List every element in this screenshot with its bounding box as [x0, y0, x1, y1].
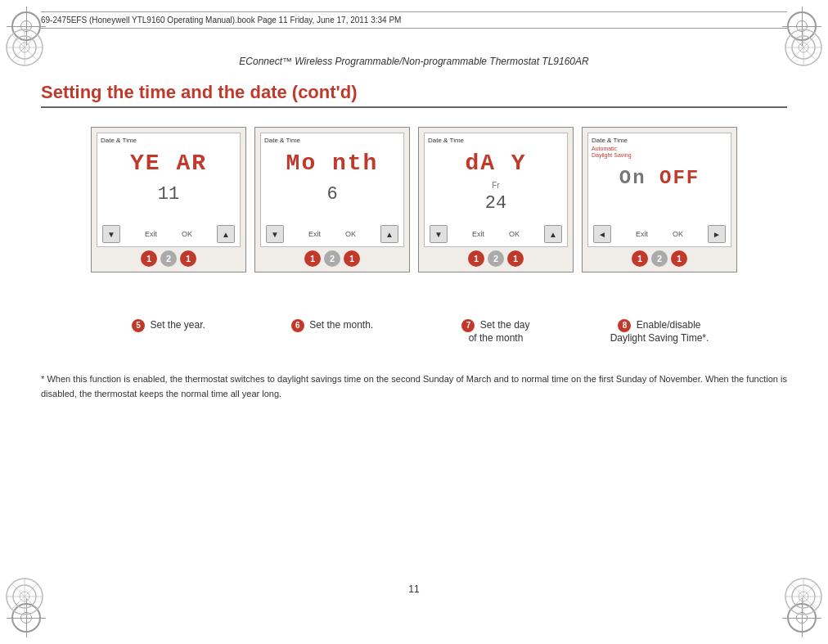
- circle-2-b: 2: [324, 250, 340, 267]
- page-header: EConnect™ Wireless Programmable/Non-prog…: [41, 56, 787, 67]
- ok-btn-2[interactable]: OK: [345, 230, 356, 238]
- main-text-dst: On OFF: [592, 164, 727, 190]
- off-text: OFF: [659, 167, 700, 189]
- up-arrow-1[interactable]: ▲: [217, 225, 235, 243]
- circle-1-c: 1: [180, 250, 196, 267]
- date-time-label-4: Date & Time: [592, 137, 727, 144]
- button-row-2: ▼ Exit OK ▲: [264, 225, 400, 243]
- circle-1-b: 2: [160, 250, 177, 267]
- exit-btn-3[interactable]: Exit: [472, 230, 484, 238]
- exit-btn-1[interactable]: Exit: [145, 230, 157, 238]
- deco-gear-bl: [0, 572, 49, 621]
- sub-text-year: 11: [101, 184, 236, 205]
- display-day: Date & Time dA Y Fr 24 ▼ Exit OK ▲ 1 2 1: [418, 127, 574, 272]
- circle-2-c: 1: [344, 250, 360, 267]
- num-circles-3: 1 2 1: [424, 250, 568, 267]
- top-bar: 69-2475EFS (Honeywell YTL9160 Operating …: [41, 11, 787, 29]
- step-text-7: Set the dayof the month: [469, 319, 530, 344]
- exit-btn-2[interactable]: Exit: [308, 230, 321, 238]
- main-text-month: Mo nth: [264, 151, 400, 176]
- circle-3-a: 1: [468, 250, 484, 267]
- up-arrow-3[interactable]: ▲: [544, 225, 562, 243]
- down-arrow-3[interactable]: ▼: [430, 225, 448, 243]
- circle-4-b: 2: [651, 250, 668, 267]
- step-num-7: 7: [461, 319, 475, 332]
- ok-btn-1[interactable]: OK: [182, 230, 192, 238]
- footnote: * When this function is enabled, the the…: [41, 372, 787, 401]
- step-label-6: 6 Set the month.: [254, 319, 410, 345]
- header-text: EConnect™ Wireless Programmable/Non-prog…: [239, 56, 588, 67]
- sub-text-day: 24: [428, 193, 564, 214]
- deco-gear-br: [779, 572, 828, 621]
- on-text: On: [619, 167, 659, 189]
- circle-1-a: 1: [141, 250, 157, 267]
- down-arrow-2[interactable]: ▼: [266, 225, 284, 243]
- button-row-1: ▼ Exit OK ▲: [101, 225, 236, 243]
- left-arrow-4[interactable]: ◄: [593, 225, 611, 243]
- step-num-5: 5: [132, 319, 145, 332]
- ok-btn-3[interactable]: OK: [509, 230, 520, 238]
- right-arrow-4[interactable]: ►: [708, 225, 726, 243]
- num-circles-2: 1 2 1: [260, 250, 404, 267]
- auto-daylight-label: AutomaticDaylight Saving: [592, 146, 727, 158]
- step-label-8: 8 Enable/disableDaylight Saving Time*.: [582, 319, 737, 345]
- date-time-label-2: Date & Time: [264, 137, 400, 144]
- display-year: Date & Time YE AR 11 ▼ Exit OK ▲ 1 2 1: [91, 127, 246, 272]
- main-text-year: YE AR: [101, 151, 236, 176]
- date-time-label-3: Date & Time: [428, 137, 564, 144]
- section-title: Setting the time and the date (cont'd): [41, 82, 787, 108]
- up-arrow-2[interactable]: ▲: [380, 225, 398, 243]
- date-time-label-1: Date & Time: [101, 137, 236, 144]
- sub-text-month: 6: [264, 184, 400, 205]
- step-num-8: 8: [618, 319, 631, 332]
- step-text-6: Set the month.: [309, 319, 373, 331]
- footnote-text: * When this function is enabled, the the…: [41, 374, 787, 399]
- circle-4-a: 1: [632, 250, 648, 267]
- step-text-5: Set the year.: [150, 319, 205, 331]
- ok-btn-4[interactable]: OK: [673, 230, 683, 238]
- button-row-4: ◄ Exit OK ►: [592, 225, 727, 243]
- num-circles-4: 1 2 1: [587, 250, 731, 267]
- button-row-3: ▼ Exit OK ▲: [428, 225, 564, 243]
- exit-btn-4[interactable]: Exit: [636, 230, 648, 238]
- step-labels: 5 Set the year. 6 Set the month. 7 Set t…: [41, 319, 787, 345]
- circle-4-c: 1: [671, 250, 687, 267]
- num-circles-1: 1 2 1: [97, 250, 241, 267]
- book-info: 69-2475EFS (Honeywell YTL9160 Operating …: [41, 16, 401, 25]
- section-heading: Setting the time and the date (cont'd): [41, 82, 787, 108]
- step-label-5: 5 Set the year.: [91, 319, 246, 345]
- down-arrow-1[interactable]: ▼: [102, 225, 120, 243]
- circle-3-c: 1: [507, 250, 524, 267]
- step-label-7: 7 Set the dayof the month: [418, 319, 574, 345]
- step-num-6: 6: [291, 319, 304, 332]
- page-number: 11: [408, 583, 419, 595]
- displays-container: Date & Time YE AR 11 ▼ Exit OK ▲ 1 2 1 D…: [41, 127, 787, 272]
- day-small-3: Fr: [428, 181, 564, 190]
- display-month: Date & Time Mo nth 6 ▼ Exit OK ▲ 1 2 1: [254, 127, 410, 272]
- circle-3-b: 2: [488, 250, 504, 267]
- main-text-day: dA Y: [428, 151, 564, 176]
- display-dst: Date & Time AutomaticDaylight Saving On …: [582, 127, 737, 272]
- circle-2-a: 1: [304, 250, 321, 267]
